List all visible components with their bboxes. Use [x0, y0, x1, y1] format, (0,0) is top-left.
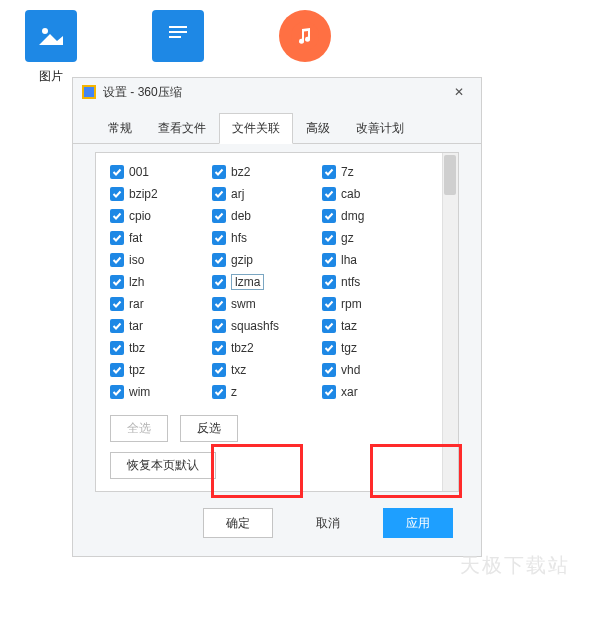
- checkbox-label: cab: [341, 187, 360, 201]
- tab-association[interactable]: 文件关联: [219, 113, 293, 144]
- checkbox-icon: [322, 319, 336, 333]
- checkbox-label: gzip: [231, 253, 253, 267]
- checkbox-icon: [322, 275, 336, 289]
- scrollbar-thumb[interactable]: [444, 155, 456, 195]
- checkbox-label: rpm: [341, 297, 362, 311]
- checkbox-icon: [110, 297, 124, 311]
- checkbox-squashfs[interactable]: squashfs: [212, 317, 308, 335]
- checkbox-icon: [212, 385, 226, 399]
- checkbox-icon: [110, 209, 124, 223]
- checkbox-label: swm: [231, 297, 256, 311]
- checkbox-bzip2[interactable]: bzip2: [110, 185, 198, 203]
- checkbox-gzip[interactable]: gzip: [212, 251, 308, 269]
- checkbox-tpz[interactable]: tpz: [110, 361, 198, 379]
- checkbox-txz[interactable]: txz: [212, 361, 308, 379]
- checkbox-cpio[interactable]: cpio: [110, 207, 198, 225]
- checkbox-label: taz: [341, 319, 357, 333]
- checkbox-tbz2[interactable]: tbz2: [212, 339, 308, 357]
- checkbox-label: fat: [129, 231, 142, 245]
- checkbox-icon: [110, 385, 124, 399]
- tab-general[interactable]: 常规: [95, 113, 145, 144]
- checkbox-bz2[interactable]: bz2: [212, 163, 308, 181]
- tab-improve[interactable]: 改善计划: [343, 113, 417, 144]
- checkbox-fat[interactable]: fat: [110, 229, 198, 247]
- checkbox-label: txz: [231, 363, 246, 377]
- svg-rect-4: [169, 26, 187, 28]
- tab-viewfile[interactable]: 查看文件: [145, 113, 219, 144]
- checkbox-label: lha: [341, 253, 357, 267]
- checkbox-001[interactable]: 001: [110, 163, 198, 181]
- checkbox-tbz[interactable]: tbz: [110, 339, 198, 357]
- checkbox-icon: [110, 231, 124, 245]
- checkbox-icon: [322, 363, 336, 377]
- close-icon[interactable]: ✕: [445, 82, 473, 102]
- cancel-button[interactable]: 取消: [293, 508, 363, 538]
- svg-rect-6: [169, 36, 181, 38]
- checkbox-label: tbz2: [231, 341, 254, 355]
- checkbox-tgz[interactable]: tgz: [322, 339, 402, 357]
- settings-dialog: 设置 - 360压缩 ✕ 常规 查看文件 文件关联 高级 改善计划 001bzi…: [72, 77, 482, 557]
- svg-point-7: [291, 22, 319, 50]
- checkbox-gz[interactable]: gz: [322, 229, 402, 247]
- checkbox-label: xar: [341, 385, 358, 399]
- checkbox-icon: [322, 341, 336, 355]
- svg-rect-5: [169, 31, 187, 33]
- svg-rect-9: [84, 87, 94, 97]
- checkbox-wim[interactable]: wim: [110, 383, 198, 401]
- checkbox-7z[interactable]: 7z: [322, 163, 402, 181]
- checkbox-label: iso: [129, 253, 144, 267]
- checkbox-ntfs[interactable]: ntfs: [322, 273, 402, 291]
- checkbox-icon: [322, 297, 336, 311]
- desktop-item[interactable]: [152, 10, 204, 85]
- checkbox-icon: [110, 319, 124, 333]
- checkbox-label: hfs: [231, 231, 247, 245]
- checkbox-icon: [212, 231, 226, 245]
- checkbox-icon: [212, 275, 226, 289]
- desktop-item[interactable]: [279, 10, 331, 85]
- checkbox-tar[interactable]: tar: [110, 317, 198, 335]
- checkbox-iso[interactable]: iso: [110, 251, 198, 269]
- checkbox-icon: [212, 209, 226, 223]
- checkbox-label: arj: [231, 187, 244, 201]
- checkbox-deb[interactable]: deb: [212, 207, 308, 225]
- checkbox-icon: [212, 165, 226, 179]
- dialog-actions: 确定 取消 应用: [73, 492, 481, 556]
- dialog-title: 设置 - 360压缩: [103, 84, 445, 101]
- checkbox-swm[interactable]: swm: [212, 295, 308, 313]
- checkbox-z[interactable]: z: [212, 383, 308, 401]
- scrollbar-track[interactable]: [442, 153, 458, 491]
- checkbox-rpm[interactable]: rpm: [322, 295, 402, 313]
- checkbox-icon: [110, 253, 124, 267]
- checkbox-icon: [322, 253, 336, 267]
- tab-advanced[interactable]: 高级: [293, 113, 343, 144]
- apply-button[interactable]: 应用: [383, 508, 453, 538]
- checkbox-label: lzma: [231, 274, 264, 290]
- desktop-item[interactable]: 图片: [25, 10, 77, 85]
- checkbox-taz[interactable]: taz: [322, 317, 402, 335]
- select-all-button[interactable]: 全选: [110, 415, 168, 442]
- checkbox-lzh[interactable]: lzh: [110, 273, 198, 291]
- checkbox-lha[interactable]: lha: [322, 251, 402, 269]
- checkbox-arj[interactable]: arj: [212, 185, 308, 203]
- watermark: 天极下载站: [460, 552, 570, 579]
- checkbox-icon: [110, 187, 124, 201]
- checkbox-icon: [322, 165, 336, 179]
- ok-button[interactable]: 确定: [203, 508, 273, 538]
- checkbox-label: lzh: [129, 275, 144, 289]
- invert-button[interactable]: 反选: [180, 415, 238, 442]
- checkbox-dmg[interactable]: dmg: [322, 207, 402, 225]
- checkbox-hfs[interactable]: hfs: [212, 229, 308, 247]
- checkbox-lzma[interactable]: lzma: [212, 273, 308, 291]
- checkbox-xar[interactable]: xar: [322, 383, 402, 401]
- titlebar: 设置 - 360压缩 ✕: [73, 78, 481, 106]
- checkbox-label: squashfs: [231, 319, 279, 333]
- checkbox-label: tgz: [341, 341, 357, 355]
- document-icon: [152, 10, 204, 62]
- checkbox-rar[interactable]: rar: [110, 295, 198, 313]
- restore-defaults-button[interactable]: 恢复本页默认: [110, 452, 216, 479]
- checkbox-label: wim: [129, 385, 150, 399]
- music-icon: [279, 10, 331, 62]
- image-icon: [25, 10, 77, 62]
- checkbox-cab[interactable]: cab: [322, 185, 402, 203]
- checkbox-vhd[interactable]: vhd: [322, 361, 402, 379]
